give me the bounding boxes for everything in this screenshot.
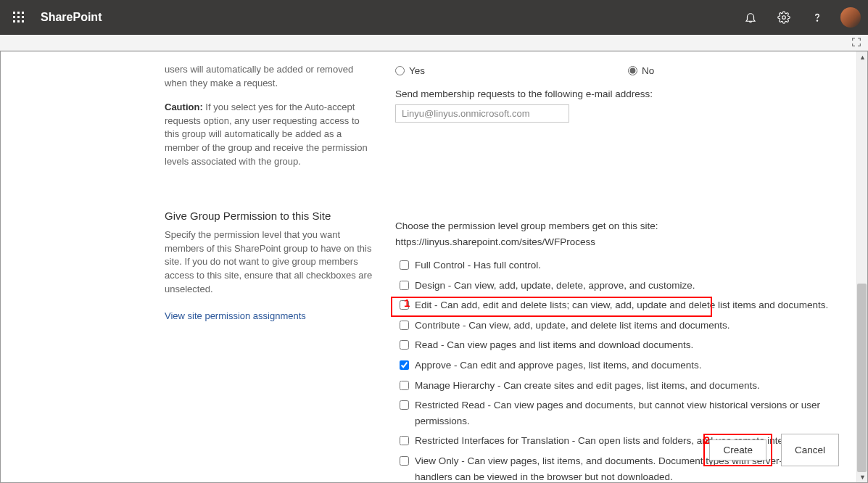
choose-permission-label: Choose the permission level group member…	[395, 218, 842, 249]
svg-point-10	[817, 20, 817, 21]
permission-level-item[interactable]: Approve - Can edit and approve pages, li…	[395, 355, 842, 376]
svg-rect-6	[13, 20, 15, 22]
annotation-number-1: 1	[404, 297, 410, 309]
permission-label: Restricted Read - Can view pages and doc…	[415, 397, 842, 429]
permission-checkbox[interactable]	[400, 340, 409, 350]
permission-checkbox[interactable]	[400, 260, 409, 270]
vertical-scrollbar[interactable]: ▲ ▼	[856, 51, 867, 482]
suite-nav: SharePoint	[0, 0, 868, 35]
permission-level-item[interactable]: Contribute - Can view, add, update, and …	[395, 315, 842, 336]
svg-rect-8	[22, 20, 24, 22]
create-button[interactable]: Create	[709, 439, 766, 461]
permission-level-item[interactable]: Read - Can view pages and list items and…	[395, 335, 842, 355]
svg-rect-7	[17, 20, 20, 22]
permission-section-title: Give Group Permission to this Site	[165, 208, 373, 224]
annotation-number-2: 2	[703, 434, 709, 446]
email-label: Send membership requests to the followin…	[395, 86, 842, 102]
permission-label: Contribute - Can view, add, update, and …	[415, 318, 730, 334]
notifications-icon[interactable]	[736, 3, 765, 32]
membership-email-input[interactable]	[395, 104, 569, 123]
permission-checkbox[interactable]	[400, 381, 409, 390]
page-content: users will automatically be added or rem…	[1, 51, 856, 482]
permission-checkbox[interactable]	[400, 400, 409, 410]
brand-label: SharePoint	[41, 11, 736, 24]
svg-rect-5	[22, 16, 24, 18]
ribbon-bar	[0, 35, 868, 51]
permission-level-item[interactable]: Manage Hierarchy - Can create sites and …	[395, 376, 842, 396]
permission-label: Design - Can view, add, update, delete, …	[415, 278, 695, 294]
radio-no-input[interactable]	[628, 66, 637, 75]
focus-content-icon[interactable]	[851, 36, 862, 50]
permission-checkbox[interactable]	[400, 436, 409, 445]
scroll-down-arrow-icon[interactable]: ▼	[857, 471, 868, 482]
svg-rect-1	[17, 12, 20, 14]
scrollbar-thumb[interactable]	[857, 284, 867, 472]
cancel-button[interactable]: Cancel	[781, 434, 839, 466]
permission-checkbox[interactable]	[400, 360, 409, 370]
auto-accept-no[interactable]: No	[628, 63, 654, 79]
permission-label: Approve - Can edit and approve pages, li…	[415, 358, 701, 373]
svg-rect-3	[13, 16, 15, 18]
permission-level-item[interactable]: Full Control - Has full control.	[395, 255, 842, 276]
svg-rect-0	[13, 12, 15, 14]
permission-label: Read - Can view pages and list items and…	[415, 337, 693, 353]
membership-truncated-text: users will automatically be added or rem…	[165, 63, 373, 91]
permission-checkbox[interactable]	[400, 321, 409, 330]
permission-checkbox[interactable]	[400, 456, 409, 466]
permission-level-item[interactable]: Restricted Read - Can view pages and doc…	[395, 395, 842, 431]
svg-rect-4	[17, 16, 20, 18]
app-launcher-icon[interactable]	[7, 6, 30, 29]
svg-rect-2	[22, 12, 24, 14]
auto-accept-yes[interactable]: Yes	[395, 63, 425, 79]
permission-desc: Specify the permission level that you wa…	[165, 228, 373, 297]
content-frame: users will automatically be added or rem…	[0, 51, 868, 483]
svg-point-9	[782, 16, 786, 20]
form-buttons: 2 Create Cancel	[703, 434, 839, 466]
help-icon[interactable]	[803, 3, 832, 32]
user-avatar[interactable]	[840, 7, 861, 28]
settings-icon[interactable]	[769, 3, 798, 32]
view-assignments-link[interactable]: View site permission assignments	[165, 310, 373, 323]
permission-label: Edit - Can add, edit and delete lists; c…	[415, 297, 828, 313]
annotation-box-2: 2 Create	[703, 434, 772, 466]
permission-checkbox[interactable]	[400, 281, 409, 290]
permission-label: Full Control - Has full control.	[415, 257, 541, 273]
permission-level-item[interactable]: Design - Can view, add, update, delete, …	[395, 276, 842, 296]
permission-label: Manage Hierarchy - Can create sites and …	[415, 378, 760, 394]
membership-caution: Caution: If you select yes for the Auto-…	[165, 101, 373, 169]
topbar-actions	[736, 3, 861, 32]
radio-yes-input[interactable]	[395, 66, 405, 75]
permission-level-item[interactable]: Edit - Can add, edit and delete lists; c…	[395, 295, 842, 315]
scroll-up-arrow-icon[interactable]: ▲	[857, 51, 868, 62]
